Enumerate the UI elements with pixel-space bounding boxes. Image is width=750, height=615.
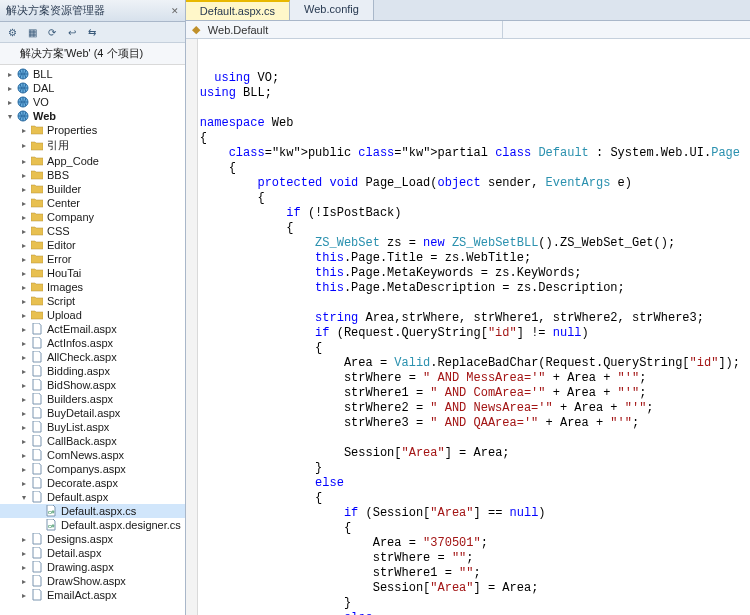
tab-label: Default.aspx.cs (200, 5, 275, 17)
expander-icon[interactable]: ▸ (18, 535, 30, 544)
tab-default-cs[interactable]: Default.aspx.cs (186, 0, 290, 20)
tree-node-drawshow-aspx[interactable]: ▸DrawShow.aspx (0, 574, 185, 588)
file-icon (30, 421, 44, 433)
expander-icon[interactable]: ▸ (18, 591, 30, 600)
tree-node-center[interactable]: ▸Center (0, 196, 185, 210)
file-icon (30, 379, 44, 391)
node-label: VO (33, 96, 49, 108)
expander-icon[interactable]: ▸ (18, 171, 30, 180)
expander-icon[interactable]: ▸ (18, 577, 30, 586)
node-label: DAL (33, 82, 54, 94)
tree-node-builder[interactable]: ▸Builder (0, 182, 185, 196)
properties-icon[interactable]: ⚙ (4, 24, 20, 40)
tree-node-error[interactable]: ▸Error (0, 252, 185, 266)
expander-icon[interactable]: ▸ (18, 297, 30, 306)
tree-node-default-aspx-designer-cs[interactable]: c#Default.aspx.designer.cs (0, 518, 185, 532)
tab-label: Web.config (304, 3, 359, 15)
collapse-icon[interactable]: ↩ (64, 24, 80, 40)
expander-icon[interactable]: ▸ (18, 255, 30, 264)
tree-node-dal[interactable]: ▸DAL (0, 81, 185, 95)
tree-node-images[interactable]: ▸Images (0, 280, 185, 294)
tree-node-upload[interactable]: ▸Upload (0, 308, 185, 322)
expander-icon[interactable]: ▸ (4, 98, 16, 107)
tree-node-drawing-aspx[interactable]: ▸Drawing.aspx (0, 560, 185, 574)
expander-icon[interactable]: ▸ (18, 325, 30, 334)
solution-node[interactable]: 解决方案'Web' (4 个项目) (0, 43, 185, 64)
tree-node-allcheck-aspx[interactable]: ▸AllCheck.aspx (0, 350, 185, 364)
expander-icon[interactable]: ▸ (18, 409, 30, 418)
project-tree[interactable]: ▸BLL▸DAL▸VO▾Web▸Properties▸引用▸App_Code▸B… (0, 64, 185, 615)
tree-node-houtai[interactable]: ▸HouTai (0, 266, 185, 280)
tree-node-default-aspx-cs[interactable]: c#Default.aspx.cs (0, 504, 185, 518)
tree-node---[interactable]: ▸引用 (0, 137, 185, 154)
tree-node-decorate-aspx[interactable]: ▸Decorate.aspx (0, 476, 185, 490)
tree-node-bidshow-aspx[interactable]: ▸BidShow.aspx (0, 378, 185, 392)
member-dropdown[interactable] (503, 21, 750, 38)
tree-node-bll[interactable]: ▸BLL (0, 67, 185, 81)
expander-icon[interactable]: ▸ (18, 213, 30, 222)
tree-node-app_code[interactable]: ▸App_Code (0, 154, 185, 168)
expander-icon[interactable]: ▸ (18, 141, 30, 150)
tree-node-buydetail-aspx[interactable]: ▸BuyDetail.aspx (0, 406, 185, 420)
close-icon[interactable]: ✕ (171, 6, 179, 16)
tree-node-detail-aspx[interactable]: ▸Detail.aspx (0, 546, 185, 560)
expander-icon[interactable]: ▸ (18, 479, 30, 488)
folder-icon (30, 253, 44, 265)
node-label: Script (47, 295, 75, 307)
expander-icon[interactable]: ▸ (18, 465, 30, 474)
expander-icon[interactable]: ▸ (18, 381, 30, 390)
expander-icon[interactable]: ▸ (18, 423, 30, 432)
tree-node-companys-aspx[interactable]: ▸Companys.aspx (0, 462, 185, 476)
expander-icon[interactable]: ▸ (18, 353, 30, 362)
expander-icon[interactable]: ▸ (18, 549, 30, 558)
expander-icon[interactable]: ▸ (18, 563, 30, 572)
expander-icon[interactable]: ▸ (18, 269, 30, 278)
node-label: Error (47, 253, 71, 265)
expander-icon[interactable]: ▸ (18, 126, 30, 135)
expander-icon[interactable]: ▾ (4, 112, 16, 121)
tree-node-company[interactable]: ▸Company (0, 210, 185, 224)
tree-node-callback-aspx[interactable]: ▸CallBack.aspx (0, 434, 185, 448)
expander-icon[interactable]: ▸ (18, 283, 30, 292)
tree-node-designs-aspx[interactable]: ▸Designs.aspx (0, 532, 185, 546)
tree-node-vo[interactable]: ▸VO (0, 95, 185, 109)
sync-icon[interactable]: ⇆ (84, 24, 100, 40)
expander-icon[interactable]: ▸ (18, 311, 30, 320)
expander-icon[interactable]: ▸ (4, 70, 16, 79)
expander-icon[interactable]: ▸ (4, 84, 16, 93)
folder-icon (30, 169, 44, 181)
tree-node-default-aspx[interactable]: ▾Default.aspx (0, 490, 185, 504)
svg-text:c#: c# (48, 509, 55, 515)
tab-webconfig[interactable]: Web.config (290, 0, 374, 20)
tree-node-buylist-aspx[interactable]: ▸BuyList.aspx (0, 420, 185, 434)
expander-icon[interactable]: ▸ (18, 437, 30, 446)
expander-icon[interactable]: ▸ (18, 339, 30, 348)
expander-icon[interactable]: ▸ (18, 199, 30, 208)
class-dropdown[interactable]: ◆ Web.Default (186, 21, 503, 38)
tree-node-bidding-aspx[interactable]: ▸Bidding.aspx (0, 364, 185, 378)
tree-node-script[interactable]: ▸Script (0, 294, 185, 308)
refresh-icon[interactable]: ⟳ (44, 24, 60, 40)
tree-node-properties[interactable]: ▸Properties (0, 123, 185, 137)
tree-node-editor[interactable]: ▸Editor (0, 238, 185, 252)
expander-icon[interactable]: ▸ (18, 185, 30, 194)
expander-icon[interactable]: ▸ (18, 157, 30, 166)
expander-icon[interactable]: ▸ (18, 395, 30, 404)
expander-icon[interactable]: ▸ (18, 241, 30, 250)
tree-node-actinfos-aspx[interactable]: ▸ActInfos.aspx (0, 336, 185, 350)
code-editor[interactable]: using VO; using BLL; namespace Web { cla… (186, 39, 750, 615)
expander-icon[interactable]: ▾ (18, 493, 30, 502)
expander-icon[interactable]: ▸ (18, 227, 30, 236)
tree-node-web[interactable]: ▾Web (0, 109, 185, 123)
file-icon (30, 561, 44, 573)
node-label: HouTai (47, 267, 81, 279)
show-all-icon[interactable]: ▦ (24, 24, 40, 40)
tree-node-comnews-aspx[interactable]: ▸ComNews.aspx (0, 448, 185, 462)
tree-node-actemail-aspx[interactable]: ▸ActEmail.aspx (0, 322, 185, 336)
expander-icon[interactable]: ▸ (18, 367, 30, 376)
tree-node-css[interactable]: ▸CSS (0, 224, 185, 238)
tree-node-builders-aspx[interactable]: ▸Builders.aspx (0, 392, 185, 406)
tree-node-bbs[interactable]: ▸BBS (0, 168, 185, 182)
tree-node-emailact-aspx[interactable]: ▸EmailAct.aspx (0, 588, 185, 602)
expander-icon[interactable]: ▸ (18, 451, 30, 460)
